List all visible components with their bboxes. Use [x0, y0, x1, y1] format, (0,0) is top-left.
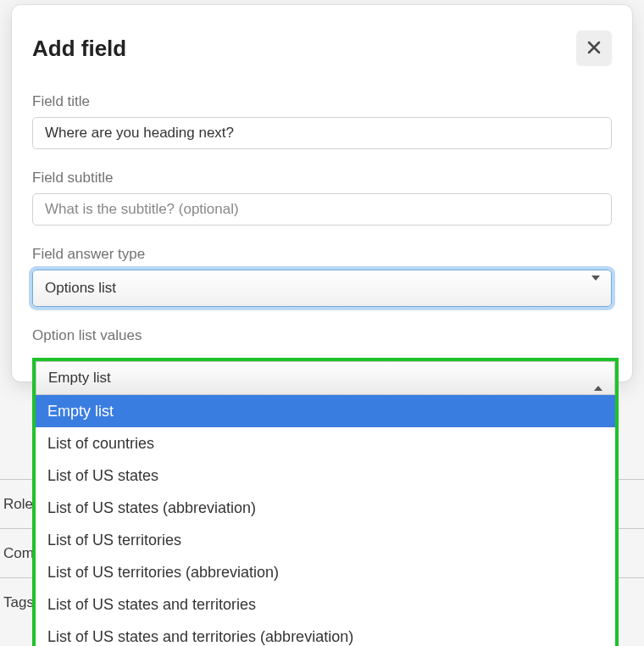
option-us-states-territories[interactable]: List of US states and territories: [36, 588, 615, 621]
option-us-states-abbrev[interactable]: List of US states (abbreviation): [36, 492, 615, 524]
chevron-up-icon: [594, 370, 602, 387]
option-list-options: Empty list List of countries List of US …: [36, 395, 615, 646]
modal-header: Add field: [32, 5, 612, 93]
option-empty-list[interactable]: Empty list: [36, 395, 615, 427]
answer-type-select[interactable]: Options list: [32, 270, 612, 307]
field-title-input[interactable]: [32, 117, 612, 149]
field-subtitle-input[interactable]: [32, 193, 612, 226]
option-list-dropdown: Empty list Empty list List of countries …: [32, 358, 619, 646]
close-button[interactable]: [576, 31, 612, 66]
field-subtitle-label: Field subtitle: [32, 170, 612, 187]
option-us-territories[interactable]: List of US territories: [36, 524, 615, 556]
close-icon: [586, 40, 602, 58]
chevron-down-icon: [591, 281, 600, 296]
option-us-states[interactable]: List of US states: [36, 459, 615, 492]
option-list-group: Option list values: [32, 327, 612, 344]
option-list-countries[interactable]: List of countries: [36, 427, 615, 459]
add-field-modal: Add field Field title Field subtitle Fie…: [12, 5, 632, 381]
option-us-states-territories-abbrev[interactable]: List of US states and territories (abbre…: [36, 621, 615, 646]
option-list-label: Option list values: [32, 327, 612, 344]
modal-title: Add field: [32, 36, 126, 62]
answer-type-label: Field answer type: [32, 246, 612, 263]
answer-type-group: Field answer type Options list: [32, 246, 612, 307]
option-us-territories-abbrev[interactable]: List of US territories (abbreviation): [36, 556, 615, 588]
answer-type-value: Options list: [45, 280, 116, 297]
option-list-selected-value: Empty list: [48, 370, 111, 387]
field-title-label: Field title: [32, 93, 612, 110]
field-title-group: Field title: [32, 93, 612, 149]
field-subtitle-group: Field subtitle: [32, 170, 612, 226]
option-list-select[interactable]: Empty list: [36, 361, 615, 395]
